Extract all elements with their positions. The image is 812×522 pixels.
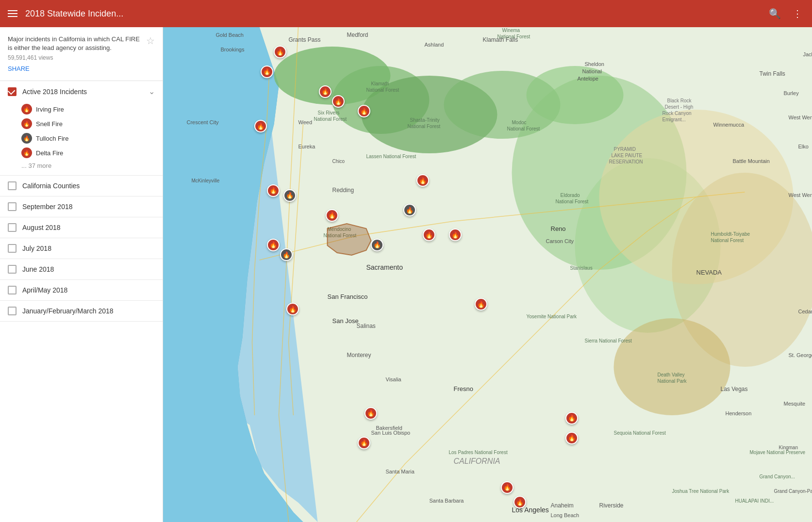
snell-fire-item[interactable]: Snell Fire xyxy=(21,116,155,131)
svg-text:Santa Barbara: Santa Barbara xyxy=(430,498,464,504)
layer-active-2018-header[interactable]: Active 2018 Incidents ⌄ xyxy=(0,81,163,102)
svg-text:Eldorado: Eldorado xyxy=(561,193,580,198)
fire-marker-gray: 🔥 xyxy=(403,204,416,216)
svg-text:Los Padres National Forest: Los Padres National Forest xyxy=(449,450,508,455)
jan-feb-mar-2018-checkbox[interactable] xyxy=(8,307,17,315)
june-2018-checkbox[interactable] xyxy=(8,265,17,274)
svg-text:Shasta-Trinity: Shasta-Trinity xyxy=(410,117,440,123)
september-2018-checkbox[interactable] xyxy=(8,202,17,211)
delta-fire-item[interactable]: Delta Fire xyxy=(21,146,155,160)
map-marker-24[interactable]: 🔥 xyxy=(514,496,526,508)
map-marker-7[interactable]: 🔥 xyxy=(267,184,280,197)
svg-text:National Forest: National Forest xyxy=(497,34,530,39)
map-marker-21[interactable]: 🔥 xyxy=(358,437,370,449)
layer-august-2018-header[interactable]: August 2018 xyxy=(0,217,163,238)
more-options-icon[interactable]: ⋮ xyxy=(791,6,804,21)
map-marker-6[interactable]: 🔥 xyxy=(319,85,331,98)
active-2018-expand-icon[interactable]: ⌄ xyxy=(149,87,155,96)
svg-text:Desert - High: Desert - High xyxy=(665,104,694,110)
svg-text:Medford: Medford xyxy=(347,32,368,38)
svg-text:Death Valley: Death Valley xyxy=(658,372,685,377)
fire-marker-gray: 🔥 xyxy=(371,239,383,251)
map-marker-17[interactable]: 🔥 xyxy=(475,298,487,310)
svg-text:Reno: Reno xyxy=(551,225,566,232)
map-marker-18[interactable]: 🔥 xyxy=(286,303,299,315)
svg-text:Grants Pass: Grants Pass xyxy=(289,36,321,43)
active-2018-checkbox[interactable] xyxy=(8,87,17,96)
svg-text:Visalia: Visalia xyxy=(386,376,402,382)
layer-august-2018: August 2018 xyxy=(0,217,163,238)
california-counties-checkbox[interactable] xyxy=(8,181,17,190)
map-marker-12[interactable]: 🔥 xyxy=(267,239,280,251)
map-marker-1[interactable]: 🔥 xyxy=(274,46,286,58)
svg-text:San Francisco: San Francisco xyxy=(328,293,368,300)
more-incidents-text[interactable]: ... 37 more xyxy=(21,160,155,171)
description-main: Major incidents in California in which C… xyxy=(8,35,142,52)
jan-feb-mar-2018-label: January/February/March 2018 xyxy=(22,307,155,315)
layer-september-2018-header[interactable]: September 2018 xyxy=(0,196,163,217)
star-icon[interactable]: ☆ xyxy=(146,35,155,73)
fire-marker-red: 🔥 xyxy=(416,174,429,187)
map-marker-3[interactable]: 🔥 xyxy=(332,95,345,108)
layer-july-2018-header[interactable]: July 2018 xyxy=(0,238,163,259)
svg-text:Antelope: Antelope xyxy=(578,76,598,82)
hamburger-icon[interactable] xyxy=(8,10,17,17)
layer-june-2018-header[interactable]: June 2018 xyxy=(0,259,163,279)
map-marker-22[interactable]: 🔥 xyxy=(565,432,578,444)
svg-text:Winema: Winema xyxy=(502,28,520,33)
share-button[interactable]: SHARE xyxy=(8,65,30,72)
svg-text:Joshua Tree National Park: Joshua Tree National Park xyxy=(672,489,730,494)
svg-text:Eureka: Eureka xyxy=(298,144,316,149)
svg-text:Elko: Elko xyxy=(798,144,809,149)
map-marker-16[interactable]: 🔥 xyxy=(449,228,462,241)
svg-text:PYRAMID: PYRAMID xyxy=(614,147,636,152)
july-2018-checkbox[interactable] xyxy=(8,244,17,253)
layer-california-counties-header[interactable]: California Counties xyxy=(0,176,163,196)
svg-text:Ashland: Ashland xyxy=(425,42,444,48)
map-marker-13[interactable]: 🔥 xyxy=(280,248,293,261)
description-text-block: Major incidents in California in which C… xyxy=(8,35,142,73)
svg-text:Sierra National Forest: Sierra National Forest xyxy=(585,338,632,343)
fire-marker-red: 🔥 xyxy=(358,105,370,117)
svg-text:Modoc: Modoc xyxy=(512,120,527,125)
california-counties-label: California Counties xyxy=(22,182,155,190)
map-marker-10[interactable]: 🔥 xyxy=(403,204,416,216)
map-area[interactable]: Sacramento San Francisco San Jose Reno C… xyxy=(163,27,812,522)
layer-jan-feb-mar-2018-header[interactable]: January/February/March 2018 xyxy=(0,301,163,321)
map-marker-19[interactable]: 🔥 xyxy=(565,412,578,424)
svg-text:Henderson: Henderson xyxy=(726,410,752,416)
map-marker-4[interactable]: 🔥 xyxy=(358,105,370,117)
map-marker-11[interactable]: 🔥 xyxy=(326,209,338,222)
map-svg: Sacramento San Francisco San Jose Reno C… xyxy=(163,27,812,522)
map-marker-2[interactable]: 🔥 xyxy=(261,65,273,78)
map-marker-9[interactable]: 🔥 xyxy=(416,174,429,187)
svg-text:Sheldon: Sheldon xyxy=(585,61,604,67)
map-marker-14[interactable]: 🔥 xyxy=(371,239,383,251)
layer-april-may-2018-header[interactable]: April/May 2018 xyxy=(0,280,163,300)
app-title: 2018 Statewide Inciden... xyxy=(25,9,759,19)
tulloch-fire-label: Tulloch Fire xyxy=(36,135,68,142)
tulloch-fire-item[interactable]: Tulloch Fire xyxy=(21,131,155,146)
map-marker-15[interactable]: 🔥 xyxy=(423,228,435,241)
svg-text:Cedar: Cedar xyxy=(798,309,812,314)
svg-text:St. George: St. George xyxy=(789,352,812,358)
april-may-2018-label: April/May 2018 xyxy=(22,286,155,294)
svg-text:Anaheim: Anaheim xyxy=(551,502,574,509)
map-marker-23[interactable]: 🔥 xyxy=(501,481,514,494)
april-may-2018-checkbox[interactable] xyxy=(8,286,17,294)
map-marker-8[interactable]: 🔥 xyxy=(283,189,296,202)
svg-text:National Forest: National Forest xyxy=(408,124,441,129)
fire-marker-red: 🔥 xyxy=(449,228,462,241)
july-2018-label: July 2018 xyxy=(22,245,155,252)
svg-text:National Forest: National Forest xyxy=(366,87,399,93)
irving-fire-item[interactable]: Irving Fire xyxy=(21,102,155,116)
search-icon[interactable]: 🔍 xyxy=(767,6,783,21)
map-marker-5[interactable]: 🔥 xyxy=(254,120,267,132)
svg-text:Emigrant...: Emigrant... xyxy=(663,117,686,122)
fire-marker-red: 🔥 xyxy=(326,209,338,222)
delta-fire-label: Delta Fire xyxy=(36,149,63,157)
fire-marker-red: 🔥 xyxy=(565,432,578,444)
august-2018-checkbox[interactable] xyxy=(8,223,17,232)
svg-text:National Forest: National Forest xyxy=(556,199,589,204)
map-marker-20[interactable]: 🔥 xyxy=(365,407,377,420)
